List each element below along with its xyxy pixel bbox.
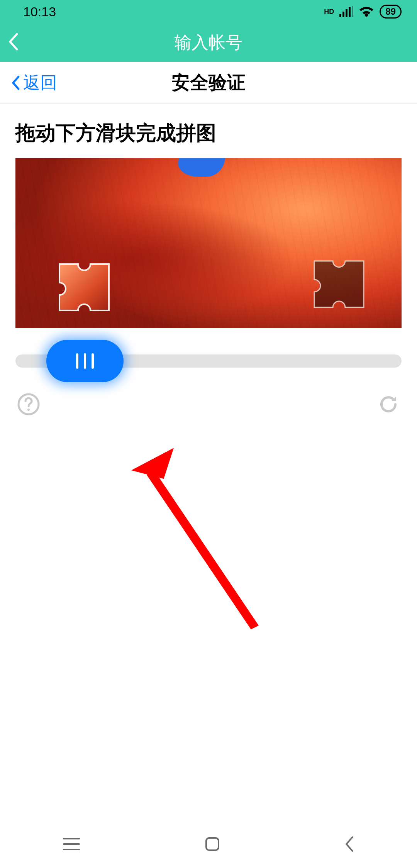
chevron-left-icon — [12, 75, 20, 90]
svg-marker-8 — [147, 467, 259, 629]
captcha-puzzle-piece[interactable] — [58, 263, 110, 312]
status-bar: 10:13 HD 89 — [0, 0, 417, 23]
app-header-title: 输入帐号 — [175, 31, 242, 54]
chevron-left-icon — [8, 32, 19, 51]
sub-header-title: 安全验证 — [171, 70, 246, 95]
question-circle-icon — [17, 393, 40, 416]
sub-header: 返回 安全验证 — [0, 62, 417, 104]
slider-handle[interactable] — [46, 340, 124, 382]
sub-back-button[interactable]: 返回 — [12, 71, 57, 94]
annotation-arrow-icon — [131, 448, 263, 629]
menu-icon — [62, 836, 81, 852]
status-right: HD 89 — [324, 5, 402, 19]
wifi-icon — [359, 6, 374, 17]
chevron-left-icon — [344, 836, 355, 853]
grip-bar-icon — [84, 353, 86, 369]
svg-rect-12 — [206, 838, 219, 850]
status-time: 10:13 — [23, 4, 56, 19]
android-nav-bar — [0, 822, 417, 868]
grip-bar-icon — [76, 353, 78, 369]
app-back-button[interactable] — [8, 32, 19, 53]
square-icon — [205, 836, 220, 852]
captcha-puzzle-slot — [313, 259, 365, 309]
signal-icon — [339, 6, 353, 17]
captcha-image — [15, 158, 402, 328]
sub-back-label: 返回 — [23, 71, 57, 94]
svg-point-6 — [27, 409, 30, 411]
captcha-icon-row — [16, 392, 401, 417]
svg-rect-4 — [352, 6, 353, 17]
refresh-icon — [377, 393, 400, 416]
refresh-button[interactable] — [376, 392, 401, 417]
svg-rect-2 — [346, 9, 348, 17]
app-header: 输入帐号 — [0, 23, 417, 62]
svg-rect-0 — [339, 14, 341, 17]
captcha-instruction: 拖动下方滑块完成拼图 — [15, 120, 402, 147]
hd-indicator: HD — [324, 8, 334, 15]
nav-back-button[interactable] — [344, 836, 355, 854]
help-button[interactable] — [16, 392, 41, 417]
nav-recent-button[interactable] — [62, 836, 81, 853]
grip-bar-icon — [92, 353, 94, 369]
captcha-content: 拖动下方滑块完成拼图 — [0, 104, 417, 432]
svg-rect-1 — [342, 12, 344, 17]
svg-rect-3 — [349, 7, 351, 17]
captcha-slider — [15, 340, 402, 382]
captcha-sky-patch — [176, 158, 226, 177]
battery-indicator: 89 — [380, 5, 402, 19]
svg-marker-7 — [131, 448, 174, 479]
nav-home-button[interactable] — [205, 836, 220, 853]
